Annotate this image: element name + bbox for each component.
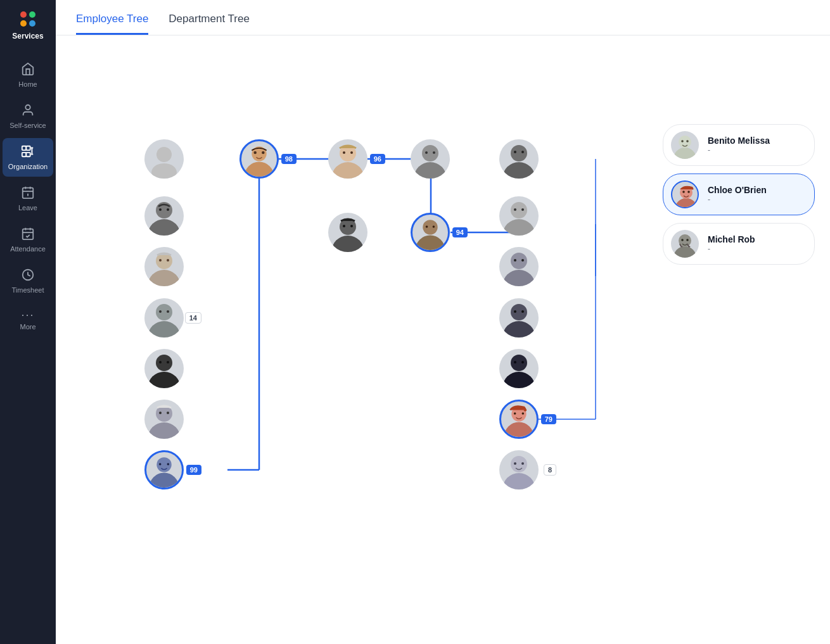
- svg-rect-5: [23, 188, 34, 199]
- tree-node-17[interactable]: 79: [499, 400, 539, 439]
- tree-node-6[interactable]: [144, 196, 184, 236]
- svg-point-78: [502, 372, 535, 388]
- svg-rect-4: [26, 153, 30, 156]
- svg-point-44: [159, 208, 162, 211]
- avatar-17[interactable]: [499, 400, 539, 439]
- svg-point-97: [521, 462, 524, 465]
- tab-department-tree[interactable]: Department Tree: [169, 13, 250, 35]
- avatar-7[interactable]: [328, 213, 367, 252]
- badge-14: 14: [185, 312, 201, 324]
- sidebar-item-more-label: More: [20, 323, 35, 331]
- dot-yellow: [20, 20, 27, 27]
- tree-node-13[interactable]: [499, 298, 539, 338]
- tree-node-5[interactable]: [499, 139, 539, 179]
- avatar-10[interactable]: [144, 247, 184, 286]
- sidebar-nav: Home Self-service Organizat: [0, 56, 56, 337]
- svg-point-54: [502, 219, 535, 236]
- svg-point-56: [514, 208, 516, 211]
- tree-node-19[interactable]: 8: [499, 450, 539, 489]
- dot-red: [20, 11, 27, 18]
- organization-icon: [21, 144, 35, 160]
- svg-point-28: [253, 151, 257, 155]
- badge-94: 94: [452, 227, 468, 237]
- person-card-chloe[interactable]: Chloe O'Brien -: [663, 174, 815, 215]
- avatar-4[interactable]: [411, 139, 450, 179]
- card-info-benito: Benito Melissa -: [708, 136, 770, 155]
- tree-node-11[interactable]: [499, 247, 539, 286]
- svg-point-57: [521, 208, 524, 211]
- avatar-13[interactable]: [499, 298, 539, 338]
- svg-point-90: [150, 473, 179, 488]
- svg-point-55: [511, 202, 527, 218]
- main-content: Employee Tree Department Tree: [56, 0, 830, 644]
- person-card-michel[interactable]: Michel Rob -: [663, 223, 815, 265]
- svg-point-39: [511, 145, 527, 161]
- tree-node-16[interactable]: [144, 400, 184, 439]
- svg-point-81: [521, 361, 524, 363]
- card-avatar-chloe: [671, 180, 699, 208]
- avatar-11[interactable]: [499, 247, 539, 286]
- badge-96: 96: [370, 154, 385, 164]
- svg-point-89: [522, 412, 525, 415]
- tree-node-15[interactable]: [499, 349, 539, 388]
- sidebar-item-organization[interactable]: Organization: [3, 138, 53, 177]
- avatar-1[interactable]: [144, 139, 184, 179]
- avatar-8[interactable]: [411, 213, 450, 252]
- svg-point-40: [514, 151, 516, 153]
- avatar-2[interactable]: [239, 139, 279, 179]
- sidebar-item-more[interactable]: ··· More: [3, 303, 53, 337]
- svg-point-96: [514, 462, 516, 465]
- avatar-6[interactable]: [144, 196, 184, 236]
- avatar-12[interactable]: [144, 298, 184, 338]
- avatar-9[interactable]: [499, 196, 539, 236]
- person-card-benito[interactable]: Benito Melissa -: [663, 124, 815, 166]
- brand: Services: [12, 8, 43, 46]
- svg-point-68: [159, 310, 162, 313]
- svg-point-61: [167, 259, 169, 262]
- tree-node-12[interactable]: 14: [144, 298, 184, 338]
- svg-point-82: [148, 422, 181, 439]
- tree-node-2[interactable]: 98: [239, 139, 279, 179]
- tab-employee-tree[interactable]: Employee Tree: [76, 13, 148, 35]
- sidebar-item-home-label: Home: [18, 80, 37, 88]
- avatar-15[interactable]: [499, 349, 539, 388]
- dot-blue: [29, 20, 35, 27]
- sidebar-item-leave[interactable]: Leave: [3, 179, 53, 218]
- svg-point-88: [514, 412, 516, 415]
- card-role-michel: -: [708, 244, 755, 253]
- avatar-3[interactable]: [328, 139, 367, 179]
- avatar-16[interactable]: [144, 400, 184, 439]
- timesheet-icon: [21, 268, 35, 284]
- svg-point-65: [521, 259, 524, 262]
- sidebar-item-self-service[interactable]: Self-service: [3, 97, 53, 136]
- tree-node-4[interactable]: [411, 139, 450, 179]
- avatar-18[interactable]: [144, 450, 184, 489]
- tree-node-7[interactable]: [328, 213, 367, 252]
- tree-node-18[interactable]: 99: [144, 450, 184, 489]
- avatar-14[interactable]: [144, 349, 184, 388]
- avatar-19[interactable]: [499, 450, 539, 489]
- tree-node-9[interactable]: [499, 196, 539, 236]
- sidebar-item-leave-label: Leave: [18, 204, 37, 212]
- tree-node-3[interactable]: 96: [328, 139, 367, 179]
- svg-point-42: [148, 219, 181, 236]
- sidebar-item-attendance[interactable]: Attendance: [3, 220, 53, 259]
- svg-point-72: [514, 310, 516, 313]
- svg-point-49: [350, 225, 353, 227]
- tree-node-10[interactable]: [144, 247, 184, 286]
- tree-node-8[interactable]: 94: [411, 213, 450, 252]
- svg-rect-10: [23, 229, 34, 240]
- svg-point-35: [422, 145, 438, 161]
- sidebar-item-organization-label: Organization: [8, 163, 48, 170]
- tree-node-14[interactable]: [144, 349, 184, 388]
- avatar-5[interactable]: [499, 139, 539, 179]
- card-info-michel: Michel Rob -: [708, 234, 755, 253]
- svg-point-25: [151, 163, 177, 179]
- tree-node-1[interactable]: [144, 139, 184, 179]
- svg-rect-1: [22, 146, 26, 150]
- badge-79: 79: [541, 414, 556, 424]
- svg-point-105: [687, 191, 690, 193]
- sidebar-item-home[interactable]: Home: [3, 56, 53, 94]
- sidebar-item-timesheet[interactable]: Timesheet: [3, 262, 53, 300]
- svg-point-45: [167, 208, 169, 211]
